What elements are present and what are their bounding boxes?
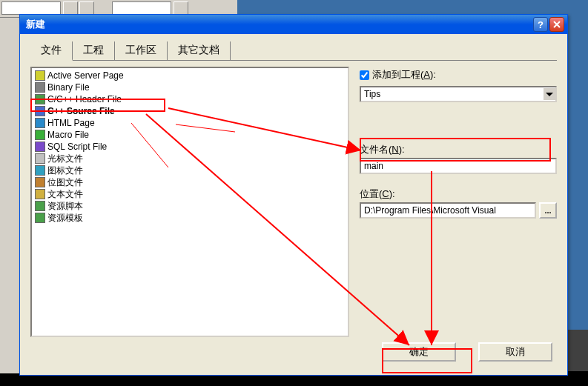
location-label: 位置(C): bbox=[360, 187, 557, 201]
list-item-label: 图标文件 bbox=[47, 164, 83, 177]
file-icon bbox=[35, 130, 45, 140]
list-item-label: 资源模板 bbox=[47, 212, 83, 224]
file-icon bbox=[35, 82, 45, 93]
new-dialog: 新建 ? 文件 工程 工作区 其它文档 Active Server PageBi… bbox=[19, 14, 568, 376]
help-button[interactable]: ? bbox=[533, 17, 548, 32]
tab-project[interactable]: 工程 bbox=[73, 41, 115, 60]
add-to-project-input[interactable] bbox=[360, 70, 369, 80]
list-item[interactable]: 资源脚本 bbox=[33, 200, 346, 212]
list-item[interactable]: 资源模板 bbox=[33, 212, 346, 224]
titlebar: 新建 ? bbox=[20, 15, 567, 34]
close-icon bbox=[553, 21, 561, 28]
tab-workspace[interactable]: 工作区 bbox=[115, 41, 168, 60]
list-item[interactable]: Active Server Page bbox=[33, 70, 346, 81]
ok-button[interactable]: 确定 bbox=[382, 342, 456, 362]
list-item-label: C++ Source File bbox=[47, 106, 115, 116]
tab-file[interactable]: 文件 bbox=[30, 41, 73, 61]
browse-button[interactable]: ... bbox=[539, 202, 557, 219]
list-item[interactable]: 文本文件 bbox=[33, 188, 346, 200]
list-item[interactable]: HTML Page bbox=[33, 117, 346, 129]
list-item[interactable]: C/C++ Header File bbox=[33, 93, 346, 105]
list-item[interactable]: C++ Source File bbox=[33, 105, 346, 117]
list-item-label: 资源脚本 bbox=[47, 200, 83, 213]
list-item-label: 文本文件 bbox=[47, 188, 83, 201]
list-item-label: Active Server Page bbox=[47, 70, 124, 81]
file-icon bbox=[35, 106, 45, 116]
file-icon bbox=[35, 153, 45, 164]
add-to-project-checkbox[interactable]: 添加到工程(A): bbox=[360, 68, 557, 81]
list-item[interactable]: Macro File bbox=[33, 129, 346, 141]
project-combo[interactable]: Tips bbox=[360, 86, 557, 102]
list-item[interactable]: 图标文件 bbox=[33, 164, 346, 176]
add-to-project-label: 添加到工程(A): bbox=[372, 68, 436, 81]
list-item-label: 光标文件 bbox=[47, 153, 83, 165]
list-item[interactable]: 位图文件 bbox=[33, 176, 346, 188]
file-icon bbox=[35, 70, 45, 81]
file-icon bbox=[35, 189, 45, 199]
list-item-label: C/C++ Header File bbox=[47, 94, 122, 104]
file-icon bbox=[35, 142, 45, 152]
list-item-label: SQL Script File bbox=[47, 142, 107, 152]
filename-input[interactable] bbox=[360, 158, 557, 174]
list-item[interactable]: Binary File bbox=[33, 81, 346, 93]
file-icon bbox=[35, 118, 45, 128]
list-item-label: Macro File bbox=[47, 130, 89, 140]
list-item-label: 位图文件 bbox=[47, 176, 83, 189]
tab-bar: 文件 工程 工作区 其它文档 bbox=[30, 41, 557, 61]
file-type-list[interactable]: Active Server PageBinary FileC/C++ Heade… bbox=[30, 67, 349, 337]
file-icon bbox=[35, 213, 45, 223]
tab-otherdoc[interactable]: 其它文档 bbox=[168, 41, 231, 60]
dialog-title: 新建 bbox=[23, 18, 532, 31]
file-icon bbox=[35, 177, 45, 187]
list-item-label: Binary File bbox=[47, 82, 90, 93]
list-item[interactable]: 光标文件 bbox=[33, 153, 346, 164]
file-icon bbox=[35, 201, 45, 211]
location-input[interactable] bbox=[360, 202, 536, 219]
file-icon bbox=[35, 94, 45, 104]
file-icon bbox=[35, 165, 45, 176]
cancel-button[interactable]: 取消 bbox=[478, 342, 552, 362]
close-button[interactable] bbox=[549, 17, 564, 32]
list-item[interactable]: SQL Script File bbox=[33, 141, 346, 153]
filename-label: 文件名(N): bbox=[360, 143, 557, 156]
list-item-label: HTML Page bbox=[47, 118, 95, 128]
